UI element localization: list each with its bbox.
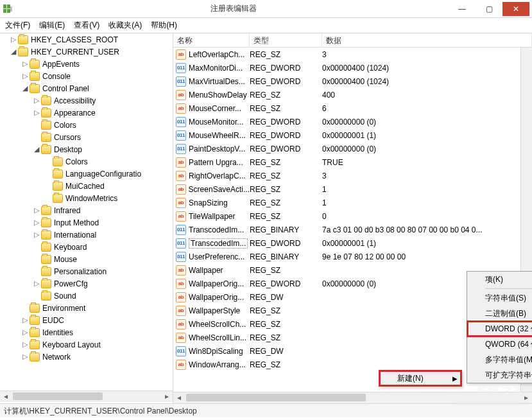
list-row[interactable]: 011TranscodedIm...REG_BINARY7a c3 01 00 … <box>173 223 532 236</box>
col-type[interactable]: 类型 <box>250 33 322 47</box>
menu-help[interactable]: 帮助(H) <box>151 20 177 31</box>
folder-icon <box>41 243 51 252</box>
ctx-expand[interactable]: 可扩充字符串值(E) <box>467 367 532 383</box>
tree-item[interactable]: EUDC <box>0 314 173 326</box>
list-row[interactable]: 011MouseWheelR...REG_DWORD0x00000001 (1) <box>173 128 532 142</box>
tree-item[interactable]: LanguageConfiguratio <box>0 168 173 180</box>
list-horizontal-scrollbar[interactable]: ◂ ▸ <box>173 392 532 403</box>
binary-value-icon: 011 <box>176 346 186 356</box>
tree-item[interactable]: Control Panel <box>0 82 173 94</box>
list-row[interactable]: abRightOverlapC...REG_SZ3 <box>173 169 532 182</box>
list-header: 名称 类型 数据 <box>173 33 532 48</box>
folder-icon <box>30 316 40 325</box>
minimize-button[interactable]: — <box>449 2 476 16</box>
tree-item[interactable]: International <box>0 229 173 241</box>
scroll-thumb[interactable] <box>13 392 103 400</box>
list-row[interactable]: abMouseCorner...REG_SZ6 <box>173 101 532 115</box>
string-value-icon: ab <box>176 292 186 302</box>
tree-item[interactable]: Accessibility <box>0 94 173 107</box>
folder-icon <box>41 206 51 215</box>
ctx-key[interactable]: 项(K) <box>467 272 532 287</box>
svg-rect-1 <box>7 4 10 8</box>
list-row[interactable]: abTileWallpaperREG_SZ0 <box>173 209 532 223</box>
tree-item[interactable]: Sound <box>0 290 173 302</box>
tree-item[interactable]: Appearance <box>0 107 173 119</box>
tree-item[interactable]: Personalization <box>0 265 173 277</box>
maximize-button[interactable]: ▢ <box>476 2 502 16</box>
folder-icon <box>30 60 40 69</box>
scroll-right-icon[interactable]: ▸ <box>161 391 173 403</box>
tree-item[interactable]: Environment <box>0 302 173 314</box>
folder-icon <box>41 292 51 301</box>
ctx-new[interactable]: 新建(N)▶ <box>379 371 461 386</box>
folder-icon <box>41 279 51 288</box>
string-value-icon: ab <box>176 171 186 181</box>
ctx-binary[interactable]: 二进制值(B) <box>467 306 532 321</box>
tree-item[interactable]: Identities <box>0 326 173 338</box>
col-name[interactable]: 名称 <box>173 33 250 47</box>
menu-file[interactable]: 文件(F) <box>5 20 30 31</box>
folder-icon <box>41 109 51 118</box>
list-row[interactable]: 011MouseMonitor...REG_DWORD0x00000000 (0… <box>173 115 532 128</box>
list-row[interactable]: abLeftOverlapCh...REG_SZ3 <box>173 48 532 61</box>
scroll-right-icon[interactable]: ▸ <box>520 392 532 403</box>
list-row[interactable]: abMenuShowDelayREG_SZ400 <box>173 88 532 101</box>
tree-item[interactable]: Infrared <box>0 204 173 216</box>
ctx-qword[interactable]: QWORD (64 位)值(Q) <box>467 337 532 352</box>
tree-item[interactable]: Colors <box>0 119 173 131</box>
list-row[interactable]: abScreenSaveActi...REG_SZ1 <box>173 182 532 196</box>
tree-item[interactable]: Console <box>0 70 173 82</box>
folder-icon <box>18 35 28 44</box>
tree-item[interactable]: Network <box>0 351 173 363</box>
tree-item[interactable]: PowerCfg <box>0 277 173 290</box>
string-value-icon: ab <box>176 49 186 60</box>
tree-item[interactable]: AppEvents <box>0 58 173 70</box>
window-title: 注册表编辑器 <box>18 3 449 14</box>
binary-value-icon: 011 <box>176 238 186 249</box>
list-row[interactable]: 011MaxMonitorDi...REG_DWORD0x00000400 (1… <box>173 61 532 74</box>
tree-item[interactable]: Mouse <box>0 253 173 265</box>
scroll-thumb[interactable] <box>186 394 366 401</box>
tree-item[interactable]: HKEY_CLASSES_ROOT <box>0 33 173 46</box>
folder-icon <box>41 133 51 142</box>
context-submenu: 新建(N)▶ <box>379 370 462 387</box>
folder-icon <box>30 72 40 81</box>
list-row[interactable]: abSnapSizingREG_SZ1 <box>173 196 532 209</box>
list-row[interactable]: 011TranscodedIm...REG_DWORD0x00000001 (1… <box>173 236 532 250</box>
menu-view[interactable]: 查看(V) <box>74 20 99 31</box>
tree-item[interactable]: Input Method <box>0 216 173 229</box>
list-row[interactable]: 011MaxVirtualDes...REG_DWORD0x00000400 (… <box>173 74 532 88</box>
close-button[interactable]: ✕ <box>502 2 529 16</box>
status-bar: 计算机\HKEY_CURRENT_USER\Control Panel\Desk… <box>0 403 532 417</box>
ctx-dword[interactable]: DWORD (32 位)值(D) <box>467 321 532 337</box>
list-pane: 名称 类型 数据 abLeftOverlapCh...REG_SZ3011Max… <box>173 33 532 403</box>
scroll-left-icon[interactable]: ◂ <box>0 391 12 403</box>
menu-edit[interactable]: 编辑(E) <box>39 20 65 31</box>
tree-item[interactable]: MuiCached <box>0 180 173 192</box>
menu-favorites[interactable]: 收藏夹(A) <box>108 20 142 31</box>
ctx-string[interactable]: 字符串值(S) <box>467 290 532 306</box>
string-value-icon: ab <box>176 90 186 100</box>
tree-pane: HKEY_CLASSES_ROOT HKEY_CURRENT_USER AppE… <box>0 33 173 403</box>
folder-icon <box>41 145 51 154</box>
list-row[interactable]: abPattern Upgra...REG_SZTRUE <box>173 155 532 169</box>
string-value-icon: ab <box>176 360 186 370</box>
folder-icon <box>30 328 40 337</box>
scroll-left-icon[interactable]: ◂ <box>173 392 185 403</box>
tree-item[interactable]: Keyboard Layout <box>0 338 173 351</box>
list-row[interactable]: 011UserPreferenc...REG_BINARY9e 1e 07 80… <box>173 250 532 263</box>
list-row[interactable]: 011PaintDesktopV...REG_DWORD0x00000000 (… <box>173 142 532 155</box>
ctx-multi[interactable]: 多字符串值(M) <box>467 352 532 367</box>
tree-item[interactable]: HKEY_CURRENT_USER <box>0 46 173 58</box>
string-value-icon: ab <box>176 319 186 329</box>
tree-item[interactable]: Desktop <box>0 143 173 155</box>
tree-item[interactable]: WindowMetrics <box>0 192 173 204</box>
col-data[interactable]: 数据 <box>322 33 532 47</box>
submenu-arrow-icon: ▶ <box>452 375 458 382</box>
folder-icon <box>30 304 40 313</box>
tree-item[interactable]: Keyboard <box>0 241 173 253</box>
tree-item[interactable]: Colors <box>0 155 173 168</box>
binary-value-icon: 011 <box>176 63 186 73</box>
tree-horizontal-scrollbar[interactable]: ◂ ▸ <box>0 390 173 402</box>
tree-item[interactable]: Cursors <box>0 131 173 143</box>
